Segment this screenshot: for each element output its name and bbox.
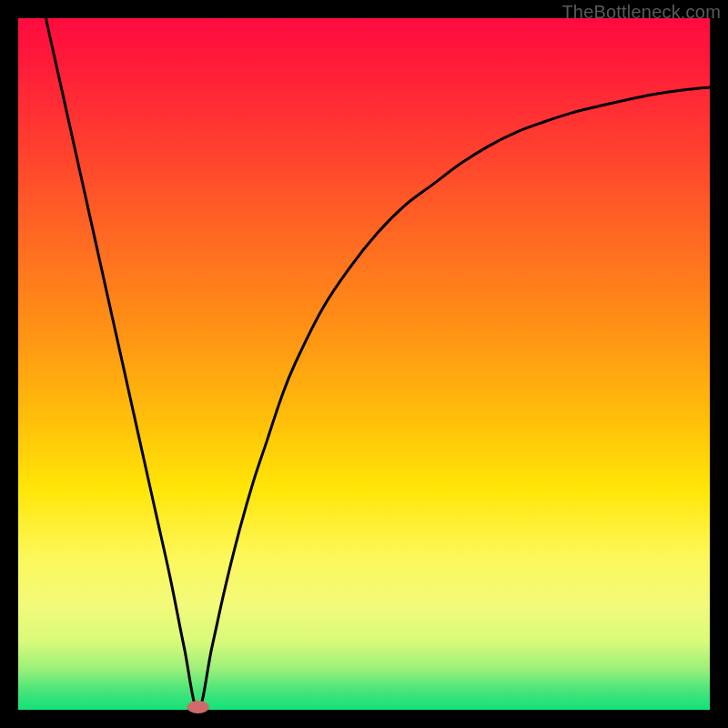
minimum-marker xyxy=(187,701,209,713)
watermark-text: TheBottleneck.com xyxy=(561,2,721,23)
curve-svg xyxy=(18,18,710,710)
bottleneck-curve xyxy=(46,18,710,710)
chart-frame xyxy=(18,18,710,710)
